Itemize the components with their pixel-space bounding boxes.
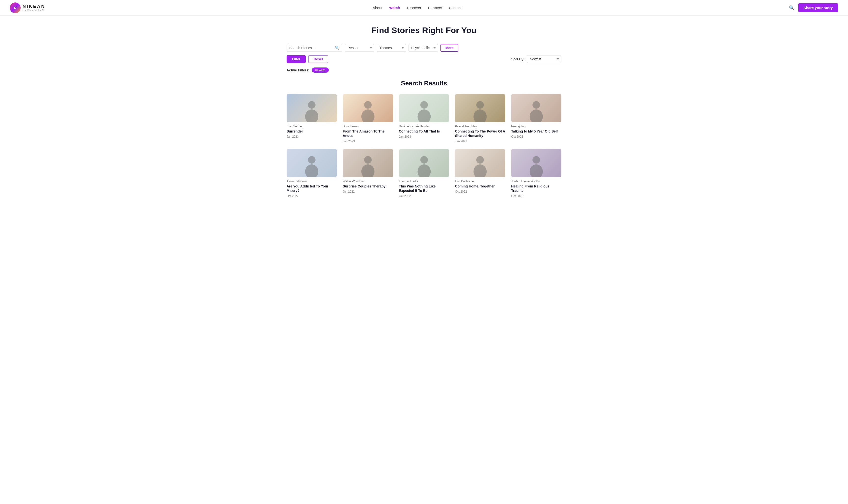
active-filters: Active Filters: newest	[287, 68, 561, 73]
card-title: Surprise Couples Therapy!	[343, 184, 393, 188]
card-1[interactable]: Dom Farnan From The Amazon To The Andes …	[343, 94, 393, 143]
nav-partners[interactable]: Partners	[428, 6, 442, 10]
svg-point-13	[361, 164, 375, 177]
card-author: Dom Farnan	[343, 125, 393, 128]
svg-point-16	[476, 156, 484, 164]
card-9[interactable]: Jordan Loewen-Colón Healing From Religio…	[511, 149, 561, 198]
card-date: Oct 2022	[343, 190, 393, 193]
nav-links: About Watch Discover Partners Contact	[373, 6, 462, 10]
active-filter-badge[interactable]: newest	[312, 68, 329, 73]
nav-about[interactable]: About	[373, 6, 382, 10]
card-thumbnail	[455, 149, 505, 177]
sort-row: Sort By: Newest Oldest Most Viewed	[511, 55, 561, 63]
card-author: Jordan Loewen-Colón	[511, 180, 561, 183]
svg-point-2	[364, 101, 372, 109]
card-title: Are You Addicted To Your Misery?	[287, 184, 337, 193]
svg-point-11	[305, 164, 319, 177]
svg-point-1	[305, 109, 319, 122]
card-title: This Was Nothing Like Expected It To Be	[399, 184, 449, 193]
card-5[interactable]: Aviva Rabinovici Are You Addicted To You…	[287, 149, 337, 198]
card-date: Jan 2023	[455, 140, 505, 143]
nav-contact[interactable]: Contact	[449, 6, 462, 10]
card-title: From The Amazon To The Andes	[343, 129, 393, 138]
svg-point-10	[308, 156, 315, 164]
themes-select[interactable]: Themes Connection Trauma Growth Identity	[377, 44, 406, 52]
card-date: Oct 2022	[455, 190, 505, 193]
logo-brand: NIKEAN	[22, 4, 46, 9]
card-6[interactable]: Walter Woodman Surprise Couples Therapy!…	[343, 149, 393, 198]
svg-point-0	[308, 101, 315, 109]
card-thumbnail	[287, 94, 337, 122]
svg-point-7	[473, 109, 487, 122]
card-author: Neeraj Jain	[511, 125, 561, 128]
svg-point-17	[473, 164, 487, 177]
sort-select[interactable]: Newest Oldest Most Viewed	[527, 55, 561, 63]
filter-button[interactable]: Filter	[287, 55, 306, 63]
card-thumbnail	[343, 149, 393, 177]
card-author: Aviva Rabinovici	[287, 180, 337, 183]
logo-sub: FOUNDATION	[22, 9, 46, 11]
card-title: Healing From Religious Trauma	[511, 184, 561, 193]
card-date: Oct 2022	[399, 194, 449, 198]
svg-point-6	[476, 101, 484, 109]
card-date: Oct 2022	[511, 194, 561, 198]
card-author: Walter Woodman	[343, 180, 393, 183]
results-grid: Elan Sudberg Surrender Jan 2023 Dom Farn…	[287, 94, 561, 198]
sort-label: Sort By:	[511, 57, 525, 61]
card-date: Jan 2023	[287, 135, 337, 138]
card-title: Talking to My 5 Year Old Self	[511, 129, 561, 133]
card-8[interactable]: Erin Cochrane Coming Home, Together Oct …	[455, 149, 505, 198]
card-author: Thomas Hartle	[399, 180, 449, 183]
nav-actions: 🔍 Share your story	[789, 3, 838, 12]
svg-point-5	[417, 109, 431, 122]
card-3[interactable]: Pascal Tremblay Connecting To The Power …	[455, 94, 505, 143]
card-title: Surrender	[287, 129, 337, 133]
svg-point-9	[530, 109, 543, 122]
card-4[interactable]: Neeraj Jain Talking to My 5 Year Old Sel…	[511, 94, 561, 143]
psychedelic-select[interactable]: Psychedelic Psilocybin Ayahuasca MDMA LS…	[409, 44, 438, 52]
card-7[interactable]: Thomas Hartle This Was Nothing Like Expe…	[399, 149, 449, 198]
card-thumbnail	[511, 94, 561, 122]
left-actions: Filter Reset	[287, 55, 328, 63]
svg-point-15	[417, 164, 431, 177]
share-story-button[interactable]: Share your story	[798, 3, 838, 12]
active-filters-label: Active Filters:	[287, 68, 309, 72]
nav-watch[interactable]: Watch	[389, 6, 400, 10]
card-author: Davina-Joy Friedlander	[399, 125, 449, 128]
svg-point-12	[364, 156, 372, 164]
card-date: Oct 2022	[287, 194, 337, 198]
svg-point-4	[420, 101, 428, 109]
search-input[interactable]	[289, 46, 333, 50]
search-box: 🔍	[287, 44, 342, 52]
card-thumbnail	[455, 94, 505, 122]
card-author: Elan Sudberg	[287, 125, 337, 128]
card-title: Connecting To The Power Of A Shared Huma…	[455, 129, 505, 138]
card-thumbnail	[399, 149, 449, 177]
search-icon: 🔍	[335, 46, 340, 50]
filters-row: 🔍 Reason Healing Exploration Therapy Spi…	[287, 44, 561, 52]
card-title: Coming Home, Together	[455, 184, 505, 188]
reset-button[interactable]: Reset	[308, 55, 328, 63]
reason-select[interactable]: Reason Healing Exploration Therapy Spiri…	[345, 44, 374, 52]
nav-discover[interactable]: Discover	[407, 6, 421, 10]
main-content: Find Stories Right For You 🔍 Reason Heal…	[282, 16, 566, 208]
navbar: N NIKEAN FOUNDATION About Watch Discover…	[0, 0, 848, 16]
actions-row: Filter Reset Sort By: Newest Oldest Most…	[287, 55, 561, 63]
more-button[interactable]: More	[440, 44, 458, 52]
logo[interactable]: N NIKEAN FOUNDATION	[10, 2, 46, 13]
card-2[interactable]: Davina-Joy Friedlander Connecting To All…	[399, 94, 449, 143]
card-date: Oct 2022	[511, 135, 561, 138]
svg-point-3	[361, 109, 375, 122]
card-0[interactable]: Elan Sudberg Surrender Jan 2023	[287, 94, 337, 143]
card-title: Connecting To All That Is	[399, 129, 449, 133]
card-date: Jan 2023	[343, 140, 393, 143]
search-icon-button[interactable]: 🔍	[789, 5, 794, 11]
svg-point-18	[533, 156, 540, 164]
logo-icon: N	[10, 2, 21, 13]
card-thumbnail	[287, 149, 337, 177]
card-thumbnail	[343, 94, 393, 122]
card-author: Erin Cochrane	[455, 180, 505, 183]
page-title: Find Stories Right For You	[287, 25, 561, 35]
svg-point-14	[420, 156, 428, 164]
card-author: Pascal Tremblay	[455, 125, 505, 128]
